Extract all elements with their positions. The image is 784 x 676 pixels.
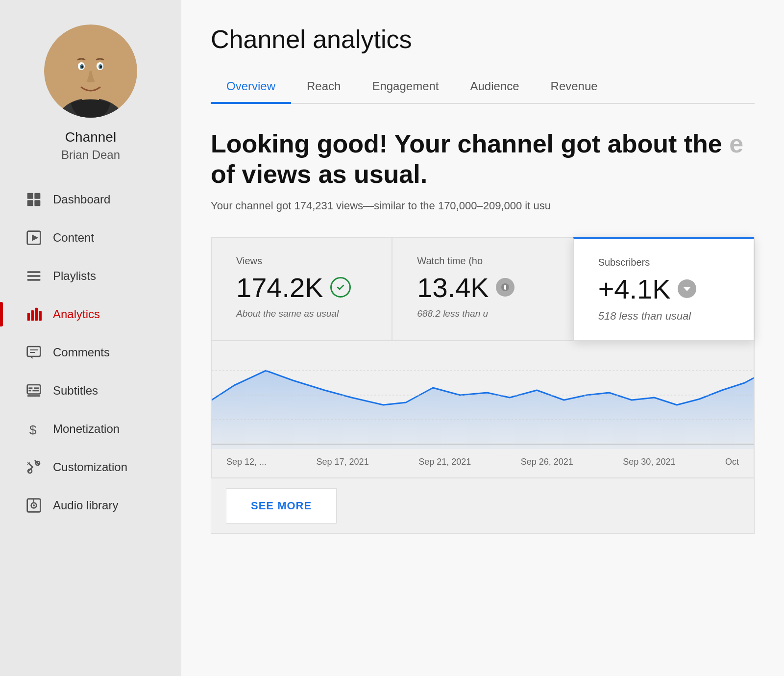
svg-text:$: $ (29, 423, 37, 437)
sidebar-nav: Dashboard Content Playlists (0, 181, 181, 526)
svg-rect-13 (34, 193, 40, 199)
tab-revenue[interactable]: Revenue (535, 72, 613, 104)
svg-point-9 (100, 66, 102, 68)
sidebar-item-playlists[interactable]: Playlists (10, 258, 172, 294)
sidebar-item-monetization[interactable]: $ Monetization (10, 411, 172, 447)
tab-audience[interactable]: Audience (455, 72, 535, 104)
svg-rect-14 (27, 200, 33, 206)
see-more-section: SEE MORE (211, 478, 754, 533)
sidebar-item-label-analytics: Analytics (53, 307, 100, 321)
metric-status-views: About the same as usual (236, 308, 367, 319)
hero-subtext: Your channel got 174,231 views—similar t… (211, 200, 755, 212)
hero-heading: Looking good! Your channel got about the… (211, 128, 755, 212)
sidebar-item-label-monetization: Monetization (53, 422, 120, 436)
content-icon (24, 228, 43, 247)
sidebar-item-subtitles[interactable]: Subtitles (10, 373, 172, 409)
chart-svg (212, 341, 754, 449)
svg-marker-47 (684, 287, 690, 291)
svg-rect-21 (27, 313, 30, 321)
dashboard-icon (24, 190, 43, 209)
svg-rect-24 (39, 311, 42, 321)
metric-label-subscribers: Subscribers (598, 257, 729, 268)
hero-text: Looking good! Your channel got about the… (211, 128, 755, 190)
sidebar-item-comments[interactable]: Comments (10, 334, 172, 371)
tabs-container: Overview Reach Engagement Audience Reven… (211, 72, 755, 104)
comments-icon (24, 343, 43, 362)
tab-reach[interactable]: Reach (291, 72, 356, 104)
sidebar-item-label-comments: Comments (53, 346, 110, 359)
chart-label-6: Oct (725, 457, 739, 467)
sidebar-item-dashboard[interactable]: Dashboard (10, 181, 172, 218)
tab-engagement[interactable]: Engagement (356, 72, 454, 104)
analytics-icon (24, 305, 43, 324)
svg-point-11 (112, 65, 120, 77)
sidebar-item-label-audio: Audio library (53, 499, 118, 512)
svg-marker-17 (32, 234, 38, 241)
sidebar-item-content[interactable]: Content (10, 220, 172, 256)
svg-point-10 (61, 65, 69, 77)
main-content: Channel analytics Overview Reach Engagem… (181, 0, 784, 676)
monetization-icon: $ (24, 420, 43, 438)
metric-label-watch-time: Watch time (ho (417, 255, 548, 267)
metric-value-subscribers: +4.1K (598, 273, 729, 305)
metrics-row: Views 174.2K About the same as usual Wat… (211, 237, 754, 341)
customization-icon: × (24, 458, 43, 476)
svg-rect-25 (27, 347, 41, 356)
see-more-button[interactable]: SEE MORE (226, 488, 337, 524)
chart-fill-area (212, 371, 754, 449)
metric-status-watch-time: 688.2 less than u (417, 308, 548, 319)
metric-card-watch-time: Watch time (ho 13.4K 688.2 less than u (392, 237, 573, 341)
subtitles-icon (24, 381, 43, 400)
svg-text:×: × (26, 460, 30, 467)
page-title: Channel analytics (211, 25, 755, 54)
metric-label-views: Views (236, 255, 367, 267)
neutral-circle-icon (496, 278, 514, 297)
chart-labels: Sep 12, ... Sep 17, 2021 Sep 21, 2021 Se… (212, 451, 754, 471)
down-arrow-icon (678, 279, 696, 298)
sidebar-item-audio-library[interactable]: Audio library (10, 487, 172, 524)
svg-rect-23 (35, 308, 38, 321)
tab-overview[interactable]: Overview (211, 72, 291, 104)
chart-label-4: Sep 26, 2021 (521, 457, 573, 467)
svg-rect-33 (27, 395, 41, 397)
sidebar-item-customization[interactable]: × Customization (10, 449, 172, 485)
metric-status-subscribers: 518 less than usual (598, 310, 729, 323)
hero-text-main: Looking good! Your channel got about the (211, 129, 722, 158)
channel-name-label: Channel (65, 129, 116, 145)
svg-rect-46 (504, 285, 506, 290)
metrics-chart-section: Views 174.2K About the same as usual Wat… (211, 237, 755, 534)
metric-value-watch-time: 13.4K (417, 272, 548, 303)
svg-rect-22 (31, 310, 34, 321)
chart-label-3: Sep 21, 2021 (418, 457, 471, 467)
chart-label-1: Sep 12, ... (226, 457, 267, 467)
metric-card-subscribers: Subscribers +4.1K 518 less than usual (573, 237, 754, 341)
svg-rect-12 (27, 193, 33, 199)
chart-label-2: Sep 17, 2021 (317, 457, 369, 467)
svg-rect-15 (34, 200, 40, 206)
chart-container: Sep 12, ... Sep 17, 2021 Sep 21, 2021 Se… (211, 341, 754, 478)
playlists-icon (24, 267, 43, 285)
hero-text-truncated: e (729, 129, 743, 158)
avatar (44, 25, 137, 118)
svg-point-43 (33, 504, 35, 506)
svg-point-39 (28, 469, 32, 473)
sidebar-item-analytics[interactable]: Analytics (10, 296, 172, 332)
sidebar-item-label-subtitles: Subtitles (53, 384, 98, 398)
metric-card-views: Views 174.2K About the same as usual (211, 237, 392, 341)
svg-rect-28 (27, 385, 41, 394)
hero-text-line2: of views as usual. (211, 160, 427, 188)
audio-icon (24, 496, 43, 515)
sidebar-item-label-playlists: Playlists (53, 269, 96, 283)
sidebar: Channel Brian Dean Dashboard (0, 0, 181, 676)
chart-label-5: Sep 30, 2021 (623, 457, 675, 467)
metric-value-views: 174.2K (236, 272, 367, 303)
sidebar-item-label-customization: Customization (53, 460, 127, 474)
check-circle-icon (330, 277, 351, 298)
channel-author-label: Brian Dean (61, 148, 120, 162)
svg-point-8 (81, 66, 83, 68)
sidebar-item-label-dashboard: Dashboard (53, 193, 110, 206)
sidebar-item-label-content: Content (53, 231, 94, 245)
